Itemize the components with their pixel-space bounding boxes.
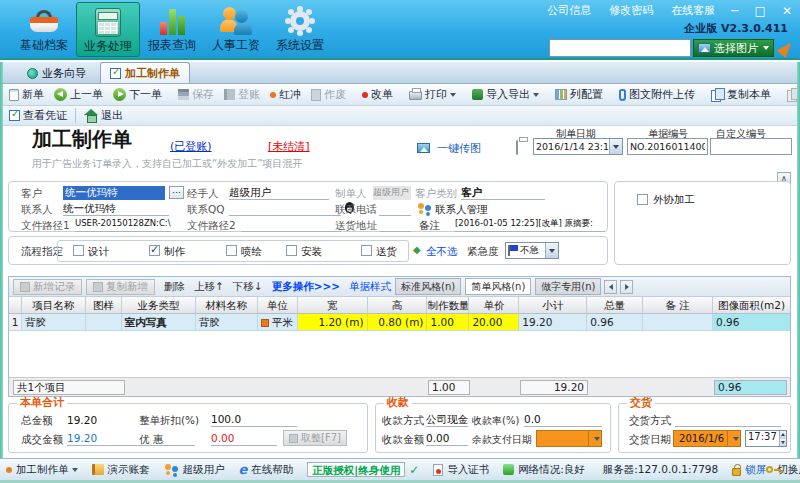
tab-business-guide[interactable]: 业务向导 xyxy=(18,63,95,83)
col-header[interactable]: 总量 xyxy=(587,297,643,314)
customer-browse-button[interactable]: … xyxy=(169,186,184,199)
col-header[interactable]: 小计 xyxy=(519,297,587,314)
off-amount-field[interactable]: 0.00 xyxy=(211,432,277,446)
chevron-down-icon[interactable] xyxy=(727,431,740,446)
close-button[interactable]: ✕ xyxy=(782,4,792,18)
one-click-image-label[interactable]: 一键传图 xyxy=(437,141,481,156)
column-config-button[interactable]: 列配置 xyxy=(550,86,608,104)
col-header[interactable]: 图像面积(m2) xyxy=(713,297,790,314)
next-order-button[interactable]: 下一单 xyxy=(108,86,167,104)
tab-process-order[interactable]: 加工制作单 xyxy=(100,62,190,83)
urgency-select[interactable]: 不急 xyxy=(505,242,559,259)
material-cell[interactable]: 背胶 xyxy=(196,314,258,331)
unsettled-status-link[interactable]: [未结清] xyxy=(268,139,310,154)
item-name-cell[interactable]: 背胶 xyxy=(22,314,86,331)
status-doc-type[interactable]: 加工制作单 xyxy=(6,463,78,477)
col-header[interactable]: 制作数量 xyxy=(427,297,469,314)
nav-item-basic-archives[interactable]: 基础档案 xyxy=(12,2,76,57)
print-count-icon[interactable] xyxy=(516,141,518,154)
discount-field[interactable]: 100.0 xyxy=(211,413,297,427)
payment-rate-field[interactable]: 0.0 xyxy=(524,413,602,427)
qq-field[interactable] xyxy=(229,202,341,216)
copy-order-button[interactable]: 复制本单 xyxy=(706,86,776,104)
delivery-date-select[interactable]: 2016/1/6 xyxy=(673,430,741,447)
flow-step-install-checkbox[interactable] xyxy=(286,244,297,257)
move-up-link[interactable]: 上移↑ xyxy=(194,280,224,294)
col-header[interactable]: 宽 xyxy=(298,297,368,314)
delete-link[interactable]: 删除 xyxy=(164,280,185,294)
red-reverse-button[interactable]: 红冲 xyxy=(265,86,306,104)
pattern-cell[interactable] xyxy=(86,314,122,331)
more-actions-link[interactable]: 更多操作>>> xyxy=(272,280,340,294)
col-header[interactable]: 图样 xyxy=(86,297,122,314)
nav-item-business-processing[interactable]: 业务处理 xyxy=(76,2,140,57)
chevron-down-icon[interactable] xyxy=(545,243,558,258)
maximize-button[interactable]: □ xyxy=(755,4,766,18)
image-path-input[interactable] xyxy=(549,39,691,57)
balance-due-date-select[interactable] xyxy=(536,430,602,447)
flow-step-deliver-checkbox[interactable] xyxy=(361,244,372,257)
status-lock-screen[interactable]: 锁屏 xyxy=(732,463,766,477)
qty-cell[interactable]: 1.00 xyxy=(427,314,469,331)
height-cell[interactable]: 0.80 (m) xyxy=(368,314,428,331)
style-tab-simple[interactable]: 简单风格(n) xyxy=(465,278,531,295)
company-info-link[interactable]: 公司信息 xyxy=(547,3,591,18)
payment-method-field[interactable]: 公司现金 xyxy=(426,413,468,427)
col-header[interactable]: 项目名称 xyxy=(22,297,86,314)
payment-amount-field[interactable]: 0.00 xyxy=(426,432,468,446)
status-switch-user[interactable]: 切换用户 xyxy=(766,463,800,477)
nav-item-hr-payroll[interactable]: 人事工资 xyxy=(204,2,268,57)
outsource-checkbox[interactable] xyxy=(637,193,648,206)
style-tab-standard[interactable]: 标准风格(n) xyxy=(395,278,461,295)
chevron-down-icon[interactable] xyxy=(588,431,601,446)
file-path1-field[interactable]: USER-20150128ZN:C:\ xyxy=(75,218,171,232)
width-cell[interactable]: 1.20 (m) xyxy=(298,314,368,331)
modify-order-button[interactable]: 改单 xyxy=(357,86,398,104)
posted-status-link[interactable]: (已登账) xyxy=(170,139,212,154)
flow-step-spray-checkbox[interactable] xyxy=(226,244,237,257)
file-path2-field[interactable] xyxy=(241,218,341,232)
minimize-button[interactable]: ─ xyxy=(731,4,738,18)
print-button[interactable]: 打印 xyxy=(404,86,461,104)
new-order-button[interactable]: 新单 xyxy=(4,86,49,104)
scroll-right-button[interactable] xyxy=(620,280,633,294)
table-row[interactable]: 1 背胶 室内写真 背胶 平米 1.20 (m) 0.80 (m) 1.00 2… xyxy=(9,314,790,331)
col-header[interactable]: 高 xyxy=(368,297,428,314)
customer-field[interactable]: 统一优玛特 xyxy=(63,186,165,200)
col-header[interactable]: 单位 xyxy=(258,297,298,314)
flow-step-make-checkbox[interactable] xyxy=(149,244,160,257)
status-online-help[interactable]: e在线帮助 xyxy=(239,462,294,477)
move-down-link[interactable]: 下移↓ xyxy=(233,280,263,294)
col-header[interactable]: 业务类型 xyxy=(122,297,196,314)
col-header[interactable]: 材料名称 xyxy=(196,297,258,314)
col-header[interactable]: 备 注 xyxy=(643,297,713,314)
spinner-buttons[interactable] xyxy=(779,431,786,446)
one-click-image-link[interactable] xyxy=(417,143,433,156)
chevron-down-icon[interactable] xyxy=(609,139,622,154)
status-user[interactable]: 超级用户 xyxy=(164,463,225,477)
style-tab-lettering[interactable]: 做字专用(n) xyxy=(535,278,601,295)
import-export-button[interactable]: 导入导出 xyxy=(467,86,544,104)
status-account-set[interactable]: 演示账套 xyxy=(92,463,150,477)
handler-field[interactable]: 超级用户 xyxy=(229,186,329,200)
remark-field[interactable]: [2016-01-05 12:25][改单] 原摘要: xyxy=(455,218,605,232)
row-remark-cell[interactable] xyxy=(643,314,713,331)
col-header[interactable]: 单价 xyxy=(469,297,519,314)
nav-item-reports[interactable]: 报表查询 xyxy=(140,2,204,57)
contact-manager-link[interactable]: 联系人管理 xyxy=(435,203,488,217)
delivery-time-spinner[interactable]: 17:37 xyxy=(745,430,787,447)
view-voucher-button[interactable]: 查看凭证 xyxy=(4,107,72,125)
prev-order-button[interactable]: 上一单 xyxy=(49,86,108,104)
attachment-upload-button[interactable]: 图文附件上传 xyxy=(614,86,700,104)
business-type-cell[interactable]: 室内写真 xyxy=(122,314,196,331)
delivery-method-field[interactable] xyxy=(675,413,781,427)
exit-button[interactable]: 退出 xyxy=(79,107,128,125)
status-import-cert[interactable]: 导入证书 xyxy=(433,463,489,477)
phone-field[interactable] xyxy=(379,202,411,216)
scroll-left-button[interactable] xyxy=(604,280,617,294)
select-none-link[interactable]: 全不选 xyxy=(426,245,458,259)
online-service-link[interactable]: 在线客服 xyxy=(671,3,715,18)
unit-cell[interactable]: 平米 xyxy=(258,314,298,331)
doc-style-link[interactable]: 单据样式 xyxy=(349,280,391,294)
delivery-address-field[interactable] xyxy=(379,218,411,232)
